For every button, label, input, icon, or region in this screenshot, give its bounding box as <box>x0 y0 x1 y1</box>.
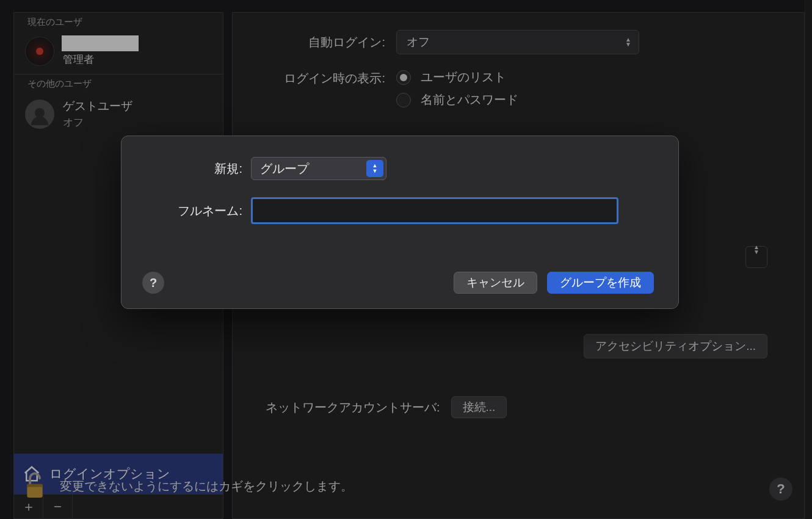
new-group-dialog: 新規: グループ フルネーム: ? キャンセル グループを作成 <box>121 136 679 309</box>
current-user-role: 管理者 <box>62 53 139 67</box>
unlocked-padlock-icon[interactable] <box>23 470 46 502</box>
current-user-row[interactable]: 管理者 <box>14 31 223 74</box>
hidden-popup-stub[interactable]: ▲▼ <box>745 246 767 268</box>
help-icon: ? <box>777 481 785 497</box>
guest-user-status: オフ <box>63 115 132 129</box>
guest-avatar-icon <box>25 100 54 129</box>
fullname-label: フルネーム: <box>146 203 242 219</box>
radio-name-password-label: 名前とパスワード <box>421 92 518 108</box>
new-type-select[interactable]: グループ <box>251 157 386 180</box>
stepper-icon <box>366 160 383 177</box>
accessibility-options-button[interactable]: アクセシビリティオプション... <box>584 334 767 358</box>
auto-login-select[interactable]: オフ ▲▼ <box>396 30 639 54</box>
updown-icon: ▲▼ <box>623 35 634 49</box>
user-avatar-icon <box>25 37 54 66</box>
radio-icon <box>396 93 411 107</box>
radio-icon <box>396 70 411 85</box>
current-user-text: 管理者 <box>62 35 139 67</box>
lock-row: 変更できないようにするにはカギをクリックします。 <box>23 470 789 502</box>
current-user-section-label: 現在のユーザ <box>14 13 223 31</box>
lock-text: 変更できないようにするにはカギをクリックします。 <box>60 478 353 495</box>
scrollbar[interactable] <box>805 0 812 519</box>
dialog-help-button[interactable]: ? <box>142 272 164 294</box>
login-display-label: ログイン時の表示: <box>266 69 385 87</box>
other-users-section-label: その他のユーザ <box>14 74 223 92</box>
help-button[interactable]: ? <box>769 477 792 501</box>
radio-user-list-label: ユーザのリスト <box>421 69 506 85</box>
current-user-name-redacted <box>62 35 139 51</box>
auto-login-value: オフ <box>407 34 430 50</box>
auto-login-label: 自動ログイン: <box>266 34 385 51</box>
new-label: 新規: <box>146 161 242 177</box>
new-type-value: グループ <box>260 161 309 177</box>
updown-icon: ▲▼ <box>751 242 762 257</box>
radio-name-password-row[interactable]: 名前とパスワード <box>396 92 518 108</box>
connect-button[interactable]: 接続... <box>451 396 507 418</box>
guest-user-name: ゲストユーザ <box>63 98 132 114</box>
network-account-label: ネットワークアカウントサーバ: <box>266 399 440 416</box>
radio-user-list-row[interactable]: ユーザのリスト <box>396 69 518 85</box>
network-account-row: ネットワークアカウントサーバ: 接続... <box>266 396 767 418</box>
create-group-button[interactable]: グループを作成 <box>547 272 654 294</box>
help-icon: ? <box>150 276 157 290</box>
svg-rect-1 <box>27 484 42 487</box>
cancel-button[interactable]: キャンセル <box>454 272 537 294</box>
fullname-input[interactable] <box>251 197 618 224</box>
guest-user-row[interactable]: ゲストユーザ オフ <box>14 92 223 136</box>
